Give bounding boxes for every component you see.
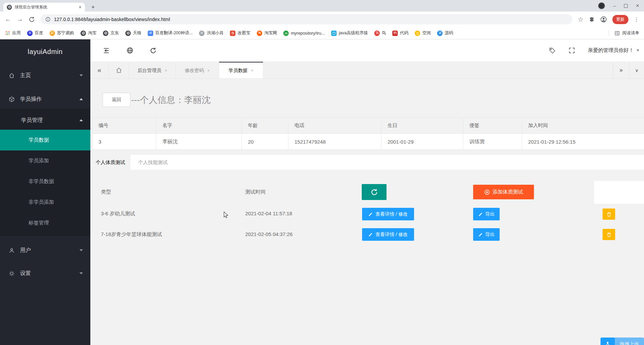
refresh-list-button[interactable] <box>362 184 387 200</box>
view-edit-button[interactable]: 查看详情 / 修改 <box>362 208 414 220</box>
bookmark-favicon <box>125 31 131 36</box>
tab-close-icon[interactable]: × <box>207 68 210 73</box>
export-button[interactable]: 导出 <box>473 228 500 241</box>
plus-circle-icon <box>484 189 490 195</box>
tabs-scroll-left-button[interactable]: « <box>90 62 109 78</box>
reading-list-button[interactable]: 阅读清单 <box>609 30 639 36</box>
back-button[interactable]: ← <box>5 16 11 23</box>
window-maximize-icon[interactable] <box>624 4 628 8</box>
tab-skill-test[interactable]: 个人技能测试 <box>130 155 175 170</box>
refresh-icon[interactable] <box>150 47 157 54</box>
extensions-puzzle-icon[interactable] <box>589 17 595 22</box>
browser-tab[interactable]: 球馆后台管理系统 × <box>3 3 85 12</box>
table-header-row: 编号 名字 年龄 电话 生日 便签 加入时间 <box>92 117 644 134</box>
cluster-icon <box>601 338 615 345</box>
sidebar-item-users[interactable]: 用户 <box>0 241 90 260</box>
sidebar-item-student-mgmt[interactable]: 学员管理 <box>0 111 90 130</box>
sidebar-item-nonstudent-data[interactable]: 非学员数据 <box>0 171 90 192</box>
cell-birthday: 2001-01-29 <box>381 134 463 150</box>
sidebar-item-settings[interactable]: 设置 <box>0 264 90 283</box>
app-logo[interactable]: layuiAdmin <box>0 39 90 64</box>
test-row-time: 2021-02-04 11:57:18 <box>245 211 292 216</box>
sidebar-item-student-data[interactable]: 学员数据 <box>0 130 90 150</box>
sidebar-item-student-ops[interactable]: 学员操作 <box>0 90 90 109</box>
test-tabs: 个人体质测试 个人技能测试 <box>90 155 644 170</box>
forward-button[interactable]: → <box>17 16 23 23</box>
chevron-down-icon <box>79 272 83 274</box>
pencil-icon <box>478 212 483 217</box>
chevron-up-icon <box>79 98 83 100</box>
back-button[interactable]: 返回 <box>103 93 130 107</box>
tabs-menu-button[interactable]: ∨ <box>629 62 644 78</box>
bookmark-item[interactable]: 百 百度 <box>27 30 43 36</box>
list-header-time: 测试时间 <box>245 189 266 195</box>
browser-menu-icon[interactable]: ⋮ <box>634 16 639 23</box>
bookmark-favicon: 码 <box>392 31 398 36</box>
drag-upload-label: 拖拽上传 <box>615 338 644 345</box>
refresh-icon <box>371 188 378 196</box>
bookmark-item[interactable]: 肖 洪湖小肖 <box>199 30 223 36</box>
globe-icon[interactable] <box>126 47 133 54</box>
export-button[interactable]: 导出 <box>473 208 500 220</box>
sidebar-item-home[interactable]: 主页 <box>0 66 90 85</box>
browser-update-button[interactable]: 更新 <box>612 15 628 24</box>
browser-avatar-icon[interactable] <box>600 16 607 23</box>
bookmark-item[interactable]: 译 百度翻译-200种语... <box>148 30 193 36</box>
url-text[interactable]: 127.0.0.1:8848/layuiadmin-baskellbox/vie… <box>54 17 170 22</box>
bookmark-favicon: m <box>283 31 289 36</box>
tab-physical-test[interactable]: 个人体质测试 <box>90 155 130 170</box>
tab-close-icon[interactable]: × <box>165 68 167 73</box>
sidebar-nav: 主页 学员操作 学员管理 学员数据 学员添加 非学员数据 非学员添加 标签管理 <box>0 64 90 345</box>
bookmark-item[interactable]: 苏 苏宁易购 <box>50 30 74 36</box>
bookmark-item[interactable]: 鸟 鸟 <box>374 30 386 36</box>
window-close-icon[interactable]: × <box>636 2 639 9</box>
admin-greeting[interactable]: 亲爱的管理员你好！ <box>588 47 639 54</box>
bookmark-favicon: 百 <box>27 31 33 36</box>
new-tab-button[interactable]: + <box>88 3 98 12</box>
home-icon <box>116 67 122 73</box>
main-panel: 亲爱的管理员你好！ « 后台管理员 × 修改密码 × 学员数据 × <box>90 39 644 345</box>
delete-button[interactable] <box>603 208 615 220</box>
bookmark-item[interactable]: 应用 <box>5 30 21 36</box>
sidebar-item-student-add[interactable]: 学员添加 <box>0 150 90 171</box>
fullscreen-icon[interactable] <box>569 47 575 54</box>
tab-change-password[interactable]: 修改密码 × <box>176 62 219 78</box>
tab-student-data[interactable]: 学员数据 × <box>219 62 263 78</box>
bookmark-item[interactable]: 改 改图宝 <box>230 30 250 36</box>
bookmark-item[interactable]: 码 代码 <box>392 30 408 36</box>
bookmark-star-icon[interactable]: ☆ <box>578 16 584 23</box>
tabs-scroll-right-button[interactable]: » <box>613 62 629 78</box>
drag-upload-button[interactable]: 拖拽上传 <box>601 338 644 345</box>
address-bar[interactable]: 127.0.0.1:8848/layuiadmin-baskellbox/vie… <box>40 14 572 24</box>
bookmark-item[interactable]: 源 源码 <box>437 30 453 36</box>
tag-icon[interactable] <box>549 47 556 54</box>
bookmark-favicon <box>80 31 86 36</box>
delete-button[interactable] <box>603 229 615 240</box>
app-header: 亲爱的管理员你好！ <box>90 39 644 62</box>
bookmark-item[interactable]: 淘宝 <box>80 30 96 36</box>
view-edit-button[interactable]: 查看详情 / 修改 <box>362 228 414 241</box>
tab-admin[interactable]: 后台管理员 × <box>129 62 176 78</box>
bookmark-item[interactable]: Q 空间 <box>415 30 431 36</box>
reload-button[interactable] <box>29 16 35 23</box>
window-minimize-icon[interactable]: – <box>613 3 616 8</box>
bookmark-favicon: Q <box>415 31 420 36</box>
page-info-icon[interactable] <box>45 17 51 22</box>
col-header: 加入时间 <box>522 117 644 134</box>
bookmark-item[interactable]: 京东 <box>103 30 119 36</box>
bookmark-favicon: 源 <box>437 31 443 36</box>
profile-avatar[interactable] <box>598 2 605 9</box>
sidebar-submenu: 学员管理 学员数据 学员添加 非学员数据 非学员添加 标签管理 <box>0 109 90 236</box>
tab-close-icon[interactable]: × <box>79 4 82 10</box>
bookmark-item[interactable]: 淘 淘宝网 <box>257 30 277 36</box>
bookmark-item[interactable]: m myrepository/tru... <box>283 31 325 36</box>
tab-close-icon[interactable]: × <box>251 68 254 73</box>
table-toolbar-placeholder <box>594 181 644 204</box>
sidebar-item-tag-mgmt[interactable]: 标签管理 <box>0 213 90 233</box>
sidebar-item-nonstudent-add[interactable]: 非学员添加 <box>0 192 90 213</box>
bookmark-item[interactable]: java高级程序猿 <box>331 30 368 36</box>
tab-home[interactable] <box>109 62 129 78</box>
bookmark-item[interactable]: 天猫 <box>125 30 141 36</box>
add-physical-test-button[interactable]: 添加体质测试 <box>473 185 534 199</box>
collapse-sidebar-icon[interactable] <box>103 47 110 54</box>
